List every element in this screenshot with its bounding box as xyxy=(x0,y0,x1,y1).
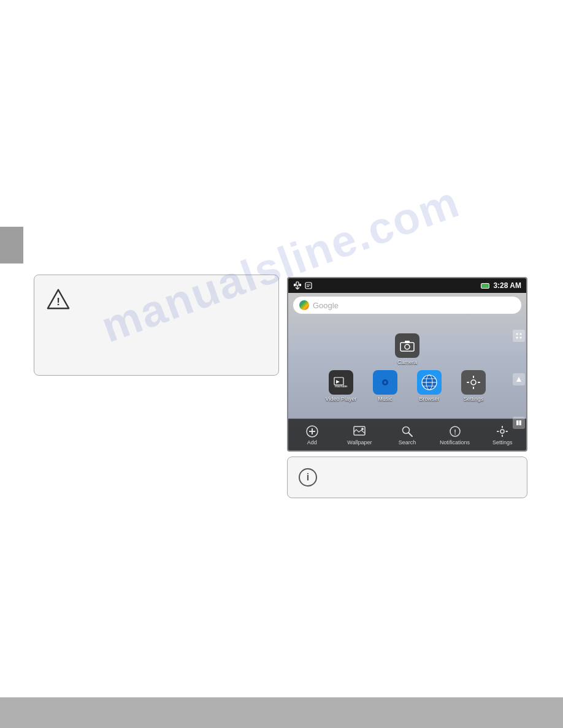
search-placeholder: Google xyxy=(313,301,339,310)
svg-point-12 xyxy=(405,344,410,349)
video-player-label: Video Player xyxy=(326,396,357,402)
notification-icon xyxy=(304,281,313,290)
svg-rect-32 xyxy=(478,382,480,383)
svg-rect-8 xyxy=(305,282,312,289)
svg-point-44 xyxy=(361,428,364,430)
info-box: i xyxy=(287,457,527,498)
camera-label: Camera xyxy=(397,359,417,365)
bottom-dock: Add Wallpaper xyxy=(288,419,526,450)
settings-dock-label: Settings xyxy=(492,439,513,446)
search-dock-label: Search xyxy=(399,439,416,446)
dock-wallpaper[interactable]: Wallpaper xyxy=(344,425,375,446)
dock-search[interactable]: Search xyxy=(392,425,423,446)
add-dock-label: Add xyxy=(307,439,317,446)
right-nav-btn-3[interactable] xyxy=(513,417,525,429)
apps-area: Camera ▶ YouTube Video Player xyxy=(288,316,526,419)
battery-icon xyxy=(481,283,489,289)
svg-point-33 xyxy=(516,333,518,335)
svg-text:YouTube: YouTube xyxy=(335,384,347,388)
status-icons-left xyxy=(293,281,313,290)
svg-rect-11 xyxy=(400,343,414,351)
bottom-bar xyxy=(0,697,563,728)
app-browser[interactable]: Browser xyxy=(411,370,448,402)
svg-rect-4 xyxy=(299,284,301,286)
svg-rect-30 xyxy=(473,387,474,389)
warning-triangle-icon: ! xyxy=(47,287,70,311)
dock-add[interactable]: Add xyxy=(297,425,327,446)
right-nav-btn-1[interactable] xyxy=(513,330,525,342)
svg-rect-3 xyxy=(294,284,296,286)
svg-rect-38 xyxy=(516,420,519,425)
camera-icon xyxy=(395,333,419,358)
google-search-bar[interactable]: Google xyxy=(293,297,521,314)
warning-box: ! xyxy=(34,275,279,376)
svg-text:!: ! xyxy=(454,428,456,435)
svg-marker-37 xyxy=(516,377,521,382)
settings-icon xyxy=(461,370,486,395)
svg-rect-2 xyxy=(296,282,299,286)
svg-point-20 xyxy=(384,381,386,384)
svg-rect-53 xyxy=(506,431,508,432)
svg-rect-52 xyxy=(497,431,499,432)
svg-rect-51 xyxy=(502,434,503,437)
right-nav xyxy=(511,308,526,450)
search-bar-row: Google xyxy=(288,293,526,316)
warning-icon-wrap: ! xyxy=(47,287,70,313)
browser-label: Browser xyxy=(419,396,439,402)
app-video-player[interactable]: ▶ YouTube Video Player xyxy=(323,370,359,402)
usb-icon xyxy=(293,281,302,290)
video-player-icon: ▶ YouTube xyxy=(329,370,353,395)
svg-rect-39 xyxy=(519,420,522,425)
sidebar-bar xyxy=(0,227,23,264)
status-right: 3:28 AM xyxy=(481,281,521,290)
app-music[interactable]: Music xyxy=(367,370,404,402)
svg-text:▶: ▶ xyxy=(336,379,340,384)
info-icon: i xyxy=(299,468,317,487)
svg-line-46 xyxy=(408,433,412,436)
status-time: 3:28 AM xyxy=(493,281,521,290)
svg-point-49 xyxy=(500,430,504,433)
svg-text:!: ! xyxy=(56,296,60,308)
home-screen: Google Camera xyxy=(288,293,526,450)
svg-rect-13 xyxy=(405,341,410,343)
app-camera[interactable]: Camera xyxy=(389,333,426,365)
phone-screen: 3:28 AM Google xyxy=(287,277,527,452)
svg-point-36 xyxy=(520,336,522,338)
notifications-dock-label: Notifications xyxy=(440,439,470,446)
app-row-1: Camera xyxy=(389,333,426,365)
svg-point-35 xyxy=(516,336,518,338)
wallpaper-dock-icon xyxy=(353,425,366,438)
add-dock-icon xyxy=(305,425,319,438)
notifications-dock-icon: ! xyxy=(448,425,462,438)
search-dock-icon xyxy=(400,425,414,438)
google-logo xyxy=(299,300,309,310)
browser-icon xyxy=(417,370,442,395)
wallpaper-dock-label: Wallpaper xyxy=(347,439,372,446)
app-settings[interactable]: Settings xyxy=(455,370,492,402)
right-nav-btn-2[interactable] xyxy=(513,373,525,385)
music-label: Music xyxy=(378,396,393,402)
settings-app-label: Settings xyxy=(464,396,484,402)
dock-notifications[interactable]: ! Notifications xyxy=(440,425,470,446)
music-icon xyxy=(373,370,397,395)
svg-point-34 xyxy=(520,333,522,335)
svg-rect-31 xyxy=(467,382,469,383)
svg-rect-50 xyxy=(502,426,503,428)
status-bar: 3:28 AM xyxy=(288,278,526,293)
app-row-2: ▶ YouTube Video Player xyxy=(323,370,492,402)
svg-rect-29 xyxy=(473,376,474,378)
settings-dock-icon xyxy=(496,425,509,438)
